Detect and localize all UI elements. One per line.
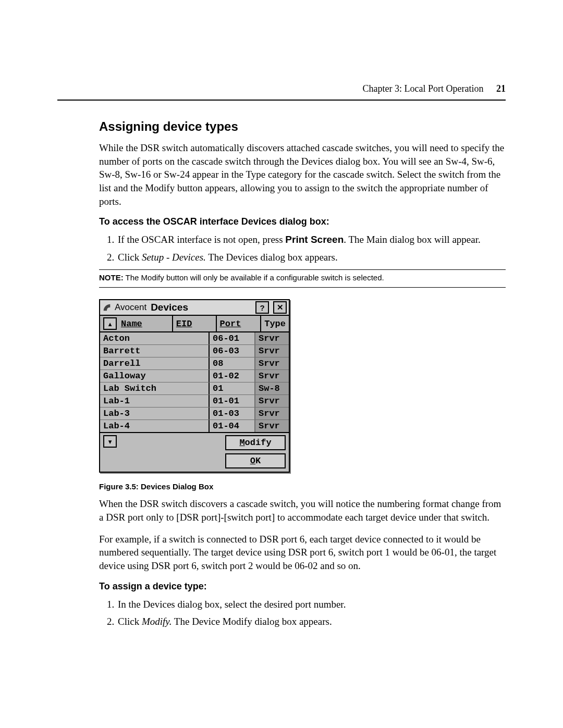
name-header[interactable]: ▴ Name — [100, 316, 173, 331]
page-number: 21 — [496, 83, 506, 94]
content-area: Assigning device types While the DSR swi… — [57, 119, 506, 629]
column-headers: ▴ Name EID Port Type — [100, 316, 289, 332]
step-2-italic: Setup - Devices. — [142, 252, 206, 263]
running-header: Chapter 3: Local Port Operation 21 — [57, 36, 506, 94]
cell-type: Sw-8 — [255, 382, 289, 394]
close-icon: ✕ — [277, 303, 284, 312]
cell-port: 01-01 — [210, 395, 255, 407]
ok-button[interactable]: OK — [225, 453, 286, 468]
type-header-label: Type — [264, 319, 286, 329]
ok-accel: O — [250, 456, 255, 466]
note-text: The Modify button will only be available… — [124, 273, 384, 282]
step-2: Click Setup - Devices. The Devices dialo… — [117, 250, 506, 265]
cell-port: 01 — [210, 382, 255, 394]
devices-dialog: Avocent Devices ? ✕ ▴ Name EID — [99, 299, 290, 473]
assign-step-2b: The Device Modify dialog box appears. — [172, 616, 332, 627]
type-header: Type — [261, 316, 289, 331]
step-2a: Click — [118, 252, 142, 263]
device-list: Acton 06-01 Srvr Barrett 06-03 Srvr Darr… — [100, 332, 289, 432]
list-item[interactable]: Lab-3 01-03 Srvr — [100, 408, 289, 420]
modify-rest: odify — [245, 438, 272, 448]
chapter-label: Chapter 3: Local Port Operation — [363, 83, 484, 94]
section-heading: Assigning device types — [99, 119, 506, 134]
close-button[interactable]: ✕ — [273, 301, 287, 314]
cell-name: Lab-3 — [100, 408, 210, 419]
cell-type: Srvr — [255, 408, 289, 419]
dialog-figure: Avocent Devices ? ✕ ▴ Name EID — [99, 299, 506, 473]
step-1-bold: Print Screen — [285, 234, 344, 245]
eid-header[interactable]: EID — [173, 316, 217, 331]
list-item[interactable]: Galloway 01-02 Srvr — [100, 370, 289, 382]
avocent-logo-icon — [102, 303, 112, 312]
cell-type: Srvr — [255, 420, 289, 432]
scroll-controls: ▾ — [103, 435, 117, 448]
intro-paragraph: While the DSR switch automatically disco… — [99, 141, 506, 208]
cell-name: Lab Switch — [100, 382, 210, 394]
cell-name: Lab-1 — [100, 395, 210, 407]
cell-port: 08 — [210, 357, 255, 369]
cell-type: Srvr — [255, 357, 289, 369]
dialog-titlebar: Avocent Devices ? ✕ — [100, 300, 289, 316]
dialog-brand: Avocent — [115, 302, 146, 313]
cell-port: 06-03 — [210, 345, 255, 357]
chevron-up-icon: ▴ — [107, 318, 113, 329]
step-1b: . The Main dialog box will appear. — [344, 234, 480, 245]
cell-name: Lab-4 — [100, 420, 210, 432]
assign-subheading: To assign a device type: — [99, 581, 506, 592]
cell-type: Srvr — [255, 332, 289, 344]
list-item[interactable]: Darrell 08 Srvr — [100, 357, 289, 370]
modify-accel: M — [239, 438, 244, 448]
eid-header-label: EID — [176, 319, 192, 329]
cell-type: Srvr — [255, 370, 289, 382]
access-steps: If the OSCAR interface is not open, pres… — [99, 232, 506, 264]
figure-caption: Figure 3.5: Devices Dialog Box — [99, 482, 506, 491]
cell-port: 06-01 — [210, 332, 255, 344]
help-button[interactable]: ? — [255, 301, 269, 314]
assign-steps: In the Devices dialog box, select the de… — [99, 597, 506, 629]
list-item[interactable]: Lab-4 01-04 Srvr — [100, 420, 289, 432]
cell-name: Acton — [100, 332, 210, 344]
ok-rest: K — [255, 456, 261, 466]
name-header-label: Name — [121, 319, 142, 329]
cell-port: 01-04 — [210, 420, 255, 432]
note: NOTE: The Modify button will only be ava… — [99, 273, 506, 282]
cell-type: Srvr — [255, 395, 289, 407]
header-rule — [57, 100, 506, 101]
chevron-down-icon: ▾ — [107, 436, 113, 447]
cell-name: Darrell — [100, 357, 210, 369]
list-item[interactable]: Acton 06-01 Srvr — [100, 332, 289, 345]
note-label: NOTE: — [99, 273, 124, 282]
page: Chapter 3: Local Port Operation 21 Assig… — [0, 0, 563, 728]
step-1a: If the OSCAR interface is not open, pres… — [118, 234, 285, 245]
port-header[interactable]: Port — [217, 316, 262, 331]
access-subheading: To access the OSCAR interface Devices di… — [99, 216, 506, 227]
step-2b: The Devices dialog box appears. — [206, 252, 338, 263]
step-1: If the OSCAR interface is not open, pres… — [117, 232, 506, 247]
list-item[interactable]: Lab Switch 01 Sw-8 — [100, 382, 289, 395]
list-item[interactable]: Lab-1 01-01 Srvr — [100, 395, 289, 408]
cell-name: Galloway — [100, 370, 210, 382]
sort-button[interactable]: ▴ — [103, 317, 117, 330]
cell-name: Barrett — [100, 345, 210, 357]
scroll-down-button[interactable]: ▾ — [103, 435, 117, 448]
post-paragraph-1: When the DSR switch discovers a cascade … — [99, 497, 506, 524]
post-paragraph-2: For example, if a switch is connected to… — [99, 533, 506, 573]
cell-type: Srvr — [255, 345, 289, 357]
cell-port: 01-02 — [210, 370, 255, 382]
assign-step-2-italic: Modify. — [142, 616, 172, 627]
port-header-label: Port — [220, 319, 241, 329]
note-rule-bottom — [99, 287, 506, 288]
dialog-buttons: Modify OK — [225, 435, 286, 468]
assign-step-1: In the Devices dialog box, select the de… — [117, 597, 506, 612]
assign-step-2a: Click — [118, 616, 142, 627]
cell-port: 01-03 — [210, 408, 255, 419]
assign-step-2: Click Modify. The Device Modify dialog b… — [117, 614, 506, 629]
help-icon: ? — [260, 303, 264, 312]
modify-button[interactable]: Modify — [225, 435, 286, 450]
note-rule-top — [99, 269, 506, 270]
dialog-name: Devices — [150, 302, 188, 313]
list-item[interactable]: Barrett 06-03 Srvr — [100, 345, 289, 357]
dialog-footer: ▾ Modify OK — [100, 432, 289, 472]
